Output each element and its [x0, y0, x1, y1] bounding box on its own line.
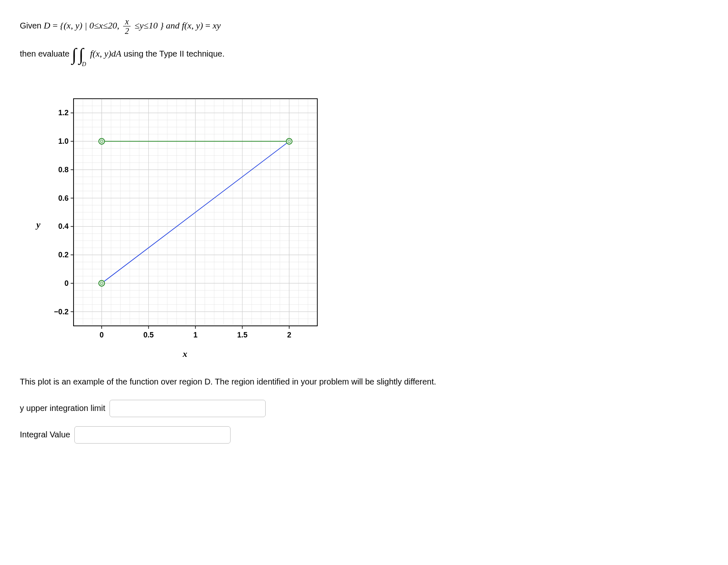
x-axis-label: x — [45, 349, 326, 359]
region-plot: 00.511.52−0.200.20.40.60.81.01.2 — [45, 90, 326, 347]
integral-subscript: D — [82, 61, 86, 67]
integral-symbol: ∫ — [72, 36, 77, 74]
var-D: D — [44, 20, 50, 31]
problem-line-1: Given D = {(x, y) | 0≤x≤20, x 2 ≤y≤10 } … — [20, 16, 715, 36]
text-given: Given — [20, 21, 44, 30]
svg-text:1.2: 1.2 — [58, 109, 69, 117]
svg-point-100 — [100, 282, 103, 285]
integral-value-row: Integral Value — [20, 426, 715, 444]
svg-text:0.2: 0.2 — [58, 251, 69, 259]
problem-line-2: then evaluate ∫ ∫D f(x, y)dA using the T… — [20, 36, 715, 74]
fraction-x-over-2: x 2 — [123, 17, 131, 36]
set-close: ≤y≤10 } and — [135, 20, 182, 31]
integrand: f(x, y)dA — [90, 49, 121, 59]
xy: xy — [213, 20, 221, 31]
eq-sign-2: = — [205, 20, 213, 31]
integral-value-input[interactable] — [74, 426, 231, 444]
svg-text:0: 0 — [64, 279, 69, 287]
svg-text:0.6: 0.6 — [58, 194, 69, 202]
plot-caption: This plot is an example of the function … — [20, 376, 640, 387]
fxy: f(x, y) — [182, 20, 203, 31]
frac-num: x — [123, 17, 131, 26]
y-upper-row: y upper integration limit — [20, 400, 715, 417]
svg-text:0.5: 0.5 — [143, 331, 154, 339]
svg-point-102 — [100, 140, 103, 142]
text-then-evaluate: then evaluate — [20, 50, 72, 59]
svg-point-104 — [288, 140, 290, 142]
text-type-ii: using the Type II technique. — [124, 50, 224, 59]
svg-text:1.0: 1.0 — [58, 137, 69, 145]
integral-symbol-2: ∫D — [79, 36, 88, 74]
chart-container: y 00.511.52−0.200.20.40.60.81.01.2 x — [36, 90, 715, 359]
y-upper-input[interactable] — [109, 400, 266, 417]
y-upper-label: y upper integration limit — [20, 404, 105, 413]
integral-value-label: Integral Value — [20, 430, 70, 439]
svg-text:0.4: 0.4 — [58, 222, 69, 230]
svg-text:1.5: 1.5 — [237, 331, 247, 339]
svg-text:2: 2 — [287, 331, 291, 339]
svg-text:0: 0 — [100, 331, 104, 339]
set-open: {(x, y) | 0≤x≤20, — [60, 20, 121, 31]
y-axis-label: y — [36, 219, 40, 230]
svg-text:0.8: 0.8 — [58, 166, 69, 174]
svg-text:1: 1 — [193, 331, 197, 339]
svg-text:−0.2: −0.2 — [54, 307, 69, 316]
eq-sign: = — [52, 20, 57, 31]
problem-statement: Given D = {(x, y) | 0≤x≤20, x 2 ≤y≤10 } … — [20, 16, 715, 74]
frac-den: 2 — [123, 26, 131, 36]
